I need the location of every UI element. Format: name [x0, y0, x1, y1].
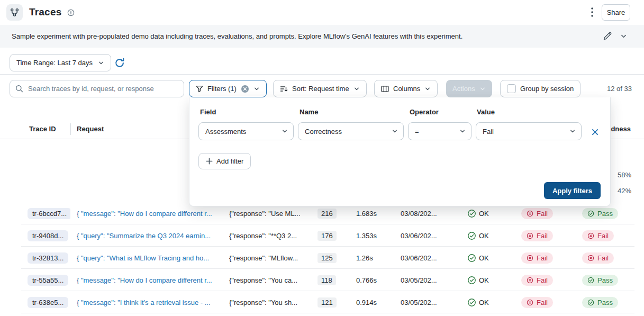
trace-id-link[interactable]: tr-55a55...: [28, 275, 68, 286]
tokens-value: 118: [318, 275, 336, 285]
columns-icon: [381, 85, 389, 93]
column-header-request[interactable]: Request: [77, 125, 104, 133]
ok-check-icon: [467, 276, 476, 285]
value-select[interactable]: Fail: [476, 122, 582, 140]
correctness-badge: Fail: [521, 297, 553, 308]
clear-filters-icon[interactable]: [241, 85, 249, 93]
chevron-down-icon: [459, 128, 466, 134]
ok-check-icon: [467, 209, 476, 218]
fail-icon: [587, 232, 594, 239]
request-cell-link[interactable]: { "message": "How do I compare different…: [70, 276, 229, 284]
pass-icon: [587, 210, 594, 217]
banner-text: Sample experiment with pre-populated dem…: [12, 32, 462, 40]
execution-duration: 0.766s: [356, 276, 401, 284]
search-box: [10, 80, 184, 97]
experiment-description-banner: Sample experiment with pre-populated dem…: [0, 25, 644, 48]
pass-icon: [587, 277, 594, 284]
filters-button[interactable]: Filters (1): [189, 80, 267, 97]
ok-check-icon: [467, 298, 476, 307]
correctness-badge: Fail: [521, 275, 553, 286]
overflow-menu-icon[interactable]: [586, 6, 598, 18]
name-label: Name: [300, 108, 318, 116]
chevron-down-icon: [424, 86, 431, 92]
state-cell: OK: [467, 254, 521, 263]
trace-id-link[interactable]: tr-638e5...: [28, 297, 68, 308]
chevron-down-icon: [98, 60, 104, 66]
columns-dropdown[interactable]: Columns: [374, 80, 438, 97]
chevron-down-icon: [479, 86, 486, 92]
chevron-down-icon: [569, 128, 576, 134]
table-row[interactable]: tr-638e5... { "message": "I think it's a…: [0, 291, 644, 313]
correctness-badge: Fail: [521, 230, 553, 241]
funnel-icon: [196, 85, 203, 93]
search-input[interactable]: [10, 80, 184, 97]
execution-duration: 1.683s: [356, 210, 401, 218]
apply-filters-button[interactable]: Apply filters: [544, 182, 601, 199]
column-separator: [70, 123, 71, 135]
request-time: 03/05/202...: [401, 299, 467, 306]
tokens-value: 121: [318, 297, 337, 308]
groundedness-badge: Fail: [582, 230, 614, 241]
trace-table-body: tr-6bccd7... { "message": "How do I comp…: [0, 202, 644, 313]
table-row[interactable]: tr-55a55... { "message": "How do I compa…: [0, 269, 644, 291]
group-by-session-toggle[interactable]: Group by session: [500, 80, 580, 97]
groundedness-badge: Pass: [582, 275, 618, 286]
fail-icon: [527, 277, 533, 284]
execution-duration: 1.26s: [356, 254, 401, 262]
share-button[interactable]: Share: [602, 4, 630, 21]
request-cell-link[interactable]: { "query": "Summarize the Q3 2024 earnin…: [70, 232, 229, 240]
request-time: 03/06/202...: [401, 254, 467, 262]
time-range-dropdown[interactable]: Time Range: Last 7 days: [10, 54, 111, 71]
table-row[interactable]: tr-9408d... { "query": "Summarize the Q3…: [0, 224, 644, 247]
trace-count: 12 of 33: [597, 85, 632, 93]
actions-button-disabled: Actions: [446, 80, 492, 97]
state-cell: OK: [467, 209, 521, 218]
group-by-session-checkbox[interactable]: [507, 84, 516, 93]
column-header-trace-id[interactable]: Trace ID: [29, 125, 56, 133]
state-cell: OK: [467, 231, 521, 240]
remove-filter-icon[interactable]: [590, 127, 600, 137]
correctness-badge: Fail: [521, 208, 553, 219]
request-cell-link[interactable]: { "query": "What is MLflow Tracing and h…: [70, 254, 229, 262]
request-time: 03/08/202...: [401, 210, 467, 218]
traces-icon: [6, 4, 23, 21]
fail-icon: [527, 210, 533, 217]
info-icon[interactable]: [67, 9, 75, 16]
operator-label: Operator: [410, 108, 439, 116]
banner-expand-icon[interactable]: [620, 33, 627, 40]
sort-dropdown[interactable]: Sort: Request time: [273, 80, 367, 97]
name-select[interactable]: Correctness: [298, 122, 404, 140]
plus-icon: [206, 158, 213, 165]
sort-icon: [280, 85, 288, 93]
request-cell-link[interactable]: { "message": "How do I compare different…: [70, 210, 229, 218]
execution-duration: 0.914s: [356, 299, 401, 306]
chevron-down-icon: [282, 128, 288, 134]
field-select[interactable]: Assessments: [198, 122, 294, 140]
request-time: 03/05/202...: [401, 276, 467, 284]
chevron-down-icon: [353, 86, 360, 92]
trace-id-link[interactable]: tr-9408d...: [28, 230, 68, 241]
groundedness-badge: Pass: [582, 208, 618, 219]
refresh-icon[interactable]: [114, 57, 125, 69]
tokens-value: 125: [318, 253, 337, 263]
table-row[interactable]: tr-32813... { "query": "What is MLflow T…: [0, 247, 644, 269]
divider: [0, 74, 644, 75]
correctness-badge: Fail: [521, 252, 553, 264]
fail-icon: [527, 232, 533, 239]
request-cell-link[interactable]: { "message": "I think it's a retrieval i…: [70, 299, 229, 306]
value-label: Value: [477, 108, 495, 116]
add-filter-button[interactable]: Add filter: [198, 153, 251, 169]
execution-duration: 1.353s: [356, 232, 401, 240]
operator-select[interactable]: =: [408, 122, 471, 140]
response-cell: {"response": "**Q3 2...: [229, 232, 318, 240]
edit-description-icon[interactable]: [603, 31, 613, 40]
request-time: 03/06/202...: [401, 232, 467, 240]
response-cell: {"response": "You ca...: [229, 276, 318, 284]
page-header: Traces Share: [0, 0, 644, 25]
trace-id-link[interactable]: tr-6bccd7...: [28, 208, 70, 219]
ok-check-icon: [467, 231, 476, 240]
response-cell: {"response": "You sh...: [229, 299, 318, 306]
trace-id-link[interactable]: tr-32813...: [28, 252, 68, 264]
fail-icon: [527, 255, 533, 261]
traces-page: Traces Share Sample experiment with pre-…: [0, 0, 644, 316]
